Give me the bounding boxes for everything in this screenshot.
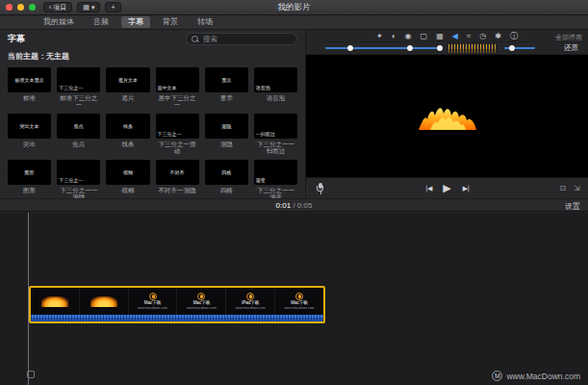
- title-style-thumbnail[interactable]: 焦点: [57, 114, 100, 139]
- disable-all-label[interactable]: 全部停用: [555, 33, 582, 42]
- mic-arc: [317, 186, 323, 192]
- title-style-thumbnail[interactable]: 渐隐: [205, 114, 248, 139]
- clip-thumbnail[interactable]: Mac下载 www.macdown.com: [275, 288, 323, 315]
- viewer-panel: ✦ ◐ ◉ ▢ ▦ ◀ ≈ ◷ ✱ ⓘ: [306, 30, 588, 198]
- tab-my-media[interactable]: 我的媒体: [37, 16, 81, 28]
- color-balance-icon[interactable]: ◐: [392, 33, 396, 40]
- reset-button[interactable]: 还原: [564, 43, 580, 53]
- video-preview[interactable]: [306, 55, 588, 177]
- pan-slider[interactable]: [504, 47, 535, 49]
- tab-backgrounds[interactable]: 背景: [156, 16, 185, 28]
- title-style-thumbnail[interactable]: 下三分之一: [156, 114, 199, 139]
- previous-frame-button[interactable]: ∣◀: [424, 185, 431, 192]
- close-button[interactable]: [6, 4, 13, 11]
- clip-thumbnail[interactable]: Mac下载 www.macdown.com: [129, 288, 178, 315]
- volume-slider[interactable]: [325, 47, 441, 49]
- tab-transitions[interactable]: 转场: [191, 16, 219, 28]
- flame-frame: [90, 296, 117, 307]
- plus-icon: +: [111, 4, 115, 11]
- title-style-item[interactable]: 模糊 模糊: [106, 160, 149, 198]
- title-style-item[interactable]: 显示 显示: [205, 67, 248, 109]
- microphone-icon[interactable]: [316, 183, 324, 194]
- inspector-toolbar: ✦ ◐ ◉ ▢ ▦ ◀ ≈ ◷ ✱ ⓘ: [306, 30, 588, 42]
- macdown-logo-icon: [197, 293, 205, 300]
- volume-knob[interactable]: [347, 45, 353, 51]
- audio-waveform[interactable]: [448, 44, 497, 53]
- title-style-thumbnail[interactable]: 线条: [106, 114, 149, 139]
- title-style-item[interactable]: 下三分之一 标准下三分之一: [57, 67, 100, 109]
- title-style-item[interactable]: 图形 图形: [8, 160, 51, 198]
- timeline[interactable]: Mac下载 www.macdown.com Mac下载 www.macdown.…: [0, 213, 588, 385]
- title-style-preview-text: 模糊: [123, 169, 133, 175]
- title-style-item[interactable]: 突出文本 突出: [8, 114, 51, 155]
- clip-thumbnail[interactable]: [80, 288, 129, 315]
- fit-icon[interactable]: ⊡: [560, 184, 567, 192]
- title-style-item[interactable]: 语音泡 语音泡: [254, 67, 297, 109]
- logo-frame: Mac下载 www.macdown.com: [138, 293, 167, 311]
- title-style-thumbnail[interactable]: 下三分之一: [57, 160, 100, 185]
- transport-controls: ∣◀ ▶ ▶∣: [424, 178, 469, 198]
- title-style-item[interactable]: 线条 线条: [106, 114, 149, 155]
- title-style-thumbnail[interactable]: 渐变: [254, 160, 297, 185]
- title-style-thumbnail[interactable]: 语音泡: [254, 67, 297, 92]
- clip-audio-waveform[interactable]: [31, 315, 323, 321]
- search-field[interactable]: [186, 33, 297, 45]
- title-style-item[interactable]: 四格 四格: [205, 160, 248, 198]
- title-style-item[interactable]: 渐隐 渐隐: [205, 114, 248, 155]
- title-style-thumbnail[interactable]: 图形: [8, 160, 51, 185]
- title-style-item[interactable]: 一扫而过 下三分之一一扫而过: [254, 114, 297, 155]
- fullscreen-icon[interactable]: ⇲: [574, 184, 580, 192]
- settings-button[interactable]: 设置: [565, 201, 580, 212]
- search-input[interactable]: [203, 35, 292, 43]
- clip-thumbnail[interactable]: Mac下载 www.macdown.com: [177, 288, 226, 315]
- enhance-wand-icon[interactable]: ✦: [376, 33, 383, 40]
- clip-thumbnail[interactable]: iPad下载 www.macdown.com: [226, 288, 275, 315]
- title-style-thumbnail[interactable]: 模糊: [106, 160, 149, 185]
- logo-frame: iPad下载 www.macdown.com: [236, 293, 266, 311]
- title-style-item[interactable]: 下三分之一 下三分之一滑动: [156, 114, 199, 155]
- title-style-thumbnail[interactable]: 不对齐: [156, 160, 199, 185]
- title-style-item[interactable]: 不对齐 不对齐一渐隐: [156, 160, 199, 198]
- title-style-item[interactable]: 居中文本 居中下三分之一: [156, 67, 199, 109]
- selected-clip[interactable]: Mac下载 www.macdown.com Mac下载 www.macdown.…: [29, 286, 325, 323]
- pan-knob[interactable]: [509, 45, 515, 51]
- title-style-item[interactable]: 焦点 焦点: [57, 114, 100, 155]
- tab-titles[interactable]: 字幕: [121, 16, 150, 28]
- play-button[interactable]: ▶: [443, 182, 450, 194]
- volume-icon[interactable]: ◀: [452, 33, 458, 40]
- title-style-thumbnail[interactable]: 遮片文本: [106, 67, 149, 92]
- noise-reduction-icon[interactable]: ≈: [467, 33, 471, 40]
- stabilization-icon[interactable]: ▦: [436, 33, 444, 40]
- title-style-label: 标准: [8, 94, 51, 109]
- color-correction-icon[interactable]: ◉: [405, 33, 412, 40]
- clip-thumbnail[interactable]: [31, 288, 80, 315]
- back-to-projects-button[interactable]: ‹ 项目: [43, 2, 72, 13]
- tab-audio[interactable]: 音频: [87, 16, 115, 28]
- title-style-preview-text: 图形: [25, 169, 35, 175]
- title-style-item[interactable]: 下三分之一 下三分之一一渐隐: [57, 160, 100, 198]
- next-frame-button[interactable]: ▶∣: [463, 185, 470, 192]
- title-style-thumbnail[interactable]: 居中文本: [156, 67, 199, 92]
- macdown-logo-icon: [246, 293, 254, 300]
- timeline-corner-icon[interactable]: [27, 371, 35, 378]
- title-style-thumbnail[interactable]: 显示: [205, 67, 248, 92]
- speed-icon[interactable]: ◷: [479, 33, 486, 40]
- title-style-thumbnail[interactable]: 突出文本: [8, 114, 51, 139]
- volume-knob[interactable]: [437, 45, 443, 51]
- info-icon[interactable]: ⓘ: [510, 33, 518, 40]
- title-style-item[interactable]: 遮片文本 遮片: [106, 67, 149, 109]
- volume-knob[interactable]: [407, 45, 413, 51]
- effects-icon[interactable]: ✱: [495, 33, 501, 40]
- title-style-thumbnail[interactable]: 四格: [205, 160, 248, 185]
- minimize-button[interactable]: [17, 4, 24, 11]
- title-style-item[interactable]: 标准文本显示 标准: [8, 67, 51, 109]
- crop-icon[interactable]: ▢: [421, 33, 428, 40]
- title-style-thumbnail[interactable]: 下三分之一: [57, 67, 100, 92]
- media-browser-button[interactable]: ▤ ▾: [77, 2, 100, 13]
- title-style-thumbnail[interactable]: 标准文本显示: [8, 67, 51, 92]
- title-style-thumbnail[interactable]: 一扫而过: [254, 114, 297, 139]
- title-style-item[interactable]: 渐变 下三分之一一渐变: [254, 160, 297, 198]
- add-button[interactable]: +: [105, 2, 120, 13]
- zoom-button[interactable]: [29, 4, 36, 11]
- title-style-preview-text: 遮片文本: [118, 77, 138, 83]
